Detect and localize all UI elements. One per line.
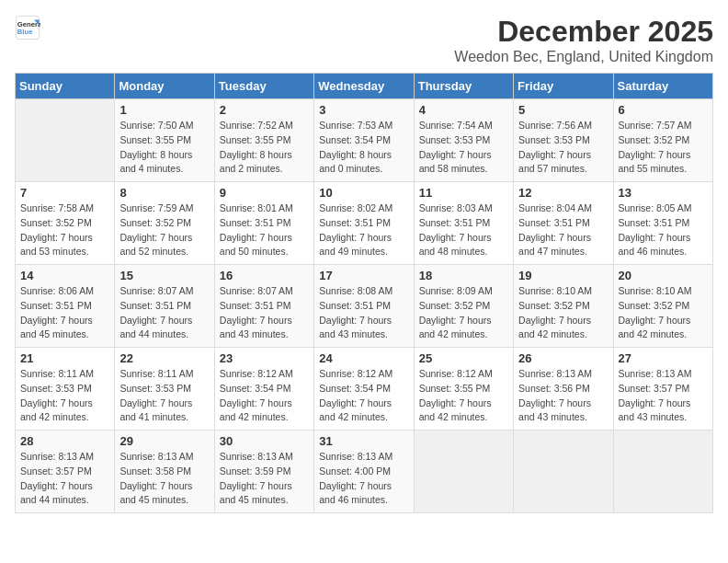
day-cell: 2Sunrise: 7:52 AMSunset: 3:55 PMDaylight… [214,99,313,182]
day-cell: 24Sunrise: 8:12 AMSunset: 3:54 PMDayligh… [314,348,414,431]
day-info: Sunrise: 8:07 AMSunset: 3:51 PMDaylight:… [220,284,309,342]
day-number: 27 [619,351,708,365]
day-info: Sunrise: 8:12 AMSunset: 3:54 PMDaylight:… [220,367,309,425]
day-number: 12 [518,186,608,200]
day-cell: 5Sunrise: 7:56 AMSunset: 3:53 PMDaylight… [514,99,613,182]
day-number: 20 [619,269,708,282]
day-number: 1 [119,103,209,117]
col-header-friday: Friday [514,74,613,99]
page-title: December 2025 [454,15,713,49]
day-info: Sunrise: 8:09 AMSunset: 3:52 PMDaylight:… [419,284,508,342]
day-number: 25 [419,351,508,365]
page-subtitle: Weedon Bec, England, United Kingdom [454,49,713,65]
day-info: Sunrise: 8:13 AMSunset: 3:58 PMDaylight:… [119,450,209,508]
day-cell: 20Sunrise: 8:10 AMSunset: 3:52 PMDayligh… [613,265,712,348]
day-info: Sunrise: 8:06 AMSunset: 3:51 PMDaylight:… [20,284,109,342]
col-header-tuesday: Tuesday [214,74,313,99]
day-info: Sunrise: 8:13 AMSunset: 4:00 PMDaylight:… [319,450,408,508]
day-info: Sunrise: 7:56 AMSunset: 3:53 PMDaylight:… [518,119,608,177]
day-info: Sunrise: 8:07 AMSunset: 3:51 PMDaylight:… [119,284,209,342]
day-cell: 28Sunrise: 8:13 AMSunset: 3:57 PMDayligh… [16,431,115,513]
week-row-3: 14Sunrise: 8:06 AMSunset: 3:51 PMDayligh… [16,265,713,348]
day-cell: 4Sunrise: 7:54 AMSunset: 3:53 PMDaylight… [414,99,513,182]
day-cell: 10Sunrise: 8:02 AMSunset: 3:51 PMDayligh… [314,182,414,265]
day-number: 19 [518,269,608,282]
day-number: 18 [419,269,508,282]
day-number: 22 [119,351,209,365]
day-info: Sunrise: 8:12 AMSunset: 3:54 PMDaylight:… [319,367,408,425]
day-cell: 3Sunrise: 7:53 AMSunset: 3:54 PMDaylight… [314,99,414,182]
day-cell: 23Sunrise: 8:12 AMSunset: 3:54 PMDayligh… [214,348,313,431]
col-header-saturday: Saturday [613,74,712,99]
week-row-2: 7Sunrise: 7:58 AMSunset: 3:52 PMDaylight… [16,182,713,265]
day-cell: 19Sunrise: 8:10 AMSunset: 3:52 PMDayligh… [514,265,613,348]
day-info: Sunrise: 7:53 AMSunset: 3:54 PMDaylight:… [319,119,408,177]
week-row-4: 21Sunrise: 8:11 AMSunset: 3:53 PMDayligh… [16,348,713,431]
col-header-thursday: Thursday [414,74,513,99]
day-info: Sunrise: 8:13 AMSunset: 3:56 PMDaylight:… [518,367,608,425]
page-header: General Blue December 2025 Weedon Bec, E… [15,15,713,65]
day-cell: 16Sunrise: 8:07 AMSunset: 3:51 PMDayligh… [214,265,313,348]
day-info: Sunrise: 7:54 AMSunset: 3:53 PMDaylight:… [419,119,508,177]
day-cell: 7Sunrise: 7:58 AMSunset: 3:52 PMDaylight… [16,182,115,265]
day-number: 10 [319,186,408,200]
day-info: Sunrise: 8:05 AMSunset: 3:51 PMDaylight:… [619,201,708,259]
day-cell: 9Sunrise: 8:01 AMSunset: 3:51 PMDaylight… [214,182,313,265]
day-number: 13 [619,186,708,200]
day-cell: 1Sunrise: 7:50 AMSunset: 3:55 PMDaylight… [115,99,214,182]
day-number: 29 [119,434,209,448]
day-cell: 15Sunrise: 8:07 AMSunset: 3:51 PMDayligh… [115,265,214,348]
calendar-header-row: SundayMondayTuesdayWednesdayThursdayFrid… [16,74,713,99]
day-number: 2 [220,103,309,117]
svg-text:Blue: Blue [17,28,33,36]
day-info: Sunrise: 8:10 AMSunset: 3:52 PMDaylight:… [619,284,708,342]
day-number: 11 [419,186,508,200]
day-number: 23 [220,351,309,365]
day-number: 17 [319,269,408,282]
day-cell: 26Sunrise: 8:13 AMSunset: 3:56 PMDayligh… [514,348,613,431]
day-info: Sunrise: 8:13 AMSunset: 3:57 PMDaylight:… [619,367,708,425]
day-cell: 25Sunrise: 8:12 AMSunset: 3:55 PMDayligh… [414,348,513,431]
day-info: Sunrise: 8:10 AMSunset: 3:52 PMDaylight:… [518,284,608,342]
day-number: 15 [119,269,209,282]
day-cell: 6Sunrise: 7:57 AMSunset: 3:52 PMDaylight… [613,99,712,182]
calendar-table: SundayMondayTuesdayWednesdayThursdayFrid… [15,73,713,513]
col-header-monday: Monday [115,74,214,99]
day-cell: 27Sunrise: 8:13 AMSunset: 3:57 PMDayligh… [613,348,712,431]
day-info: Sunrise: 8:11 AMSunset: 3:53 PMDaylight:… [20,367,109,425]
title-block: December 2025 Weedon Bec, England, Unite… [454,15,713,65]
day-cell: 30Sunrise: 8:13 AMSunset: 3:59 PMDayligh… [214,431,313,513]
day-cell: 31Sunrise: 8:13 AMSunset: 4:00 PMDayligh… [314,431,414,513]
day-info: Sunrise: 8:13 AMSunset: 3:59 PMDaylight:… [220,450,309,508]
day-cell: 12Sunrise: 8:04 AMSunset: 3:51 PMDayligh… [514,182,613,265]
day-number: 14 [20,269,109,282]
day-info: Sunrise: 8:13 AMSunset: 3:57 PMDaylight:… [20,450,109,508]
day-info: Sunrise: 8:04 AMSunset: 3:51 PMDaylight:… [518,201,608,259]
day-cell: 21Sunrise: 8:11 AMSunset: 3:53 PMDayligh… [16,348,115,431]
day-cell [16,99,115,182]
day-cell [613,431,712,513]
col-header-wednesday: Wednesday [314,74,414,99]
day-number: 28 [20,434,109,448]
day-number: 4 [419,103,508,117]
day-info: Sunrise: 8:03 AMSunset: 3:51 PMDaylight:… [419,201,508,259]
day-number: 8 [119,186,209,200]
day-info: Sunrise: 8:01 AMSunset: 3:51 PMDaylight:… [220,201,309,259]
logo: General Blue [15,15,40,40]
week-row-1: 1Sunrise: 7:50 AMSunset: 3:55 PMDaylight… [16,99,713,182]
day-info: Sunrise: 8:12 AMSunset: 3:55 PMDaylight:… [419,367,508,425]
day-number: 16 [220,269,309,282]
day-number: 24 [319,351,408,365]
day-info: Sunrise: 8:02 AMSunset: 3:51 PMDaylight:… [319,201,408,259]
day-cell: 18Sunrise: 8:09 AMSunset: 3:52 PMDayligh… [414,265,513,348]
day-cell: 14Sunrise: 8:06 AMSunset: 3:51 PMDayligh… [16,265,115,348]
day-number: 5 [518,103,608,117]
week-row-5: 28Sunrise: 8:13 AMSunset: 3:57 PMDayligh… [16,431,713,513]
day-cell: 22Sunrise: 8:11 AMSunset: 3:53 PMDayligh… [115,348,214,431]
day-number: 31 [319,434,408,448]
logo-icon: General Blue [15,15,40,40]
day-info: Sunrise: 8:08 AMSunset: 3:51 PMDaylight:… [319,284,408,342]
day-number: 30 [220,434,309,448]
day-number: 26 [518,351,608,365]
day-info: Sunrise: 7:58 AMSunset: 3:52 PMDaylight:… [20,201,109,259]
